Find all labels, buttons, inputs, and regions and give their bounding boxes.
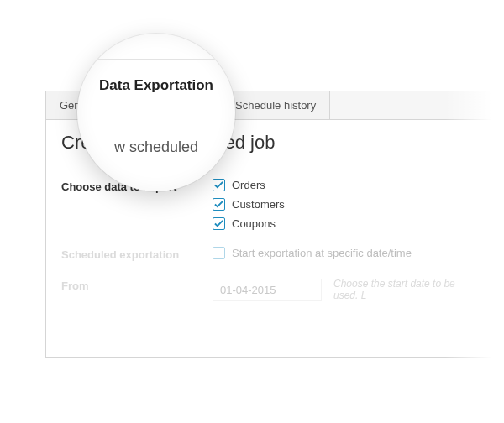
form-section: Choose data to export Orders Customers [46,162,493,318]
from-hint: Choose the start date to be used. L [333,278,478,301]
row-scheduled-exportation: Scheduled exportation Start exportation … [61,238,478,269]
option-start-specific-label: Start exportation at specific date/time [232,247,412,259]
tab-schedule-history[interactable]: Schedule history [222,91,330,119]
label-from: From [61,278,213,292]
option-coupons: Coupons [213,217,478,230]
option-orders-label: Orders [232,179,265,191]
option-start-specific: Start exportation at specific date/time [213,247,478,259]
scheduled-control: Start exportation at specific date/time [213,247,478,259]
lens-title: Data Exportation [77,72,235,94]
option-orders: Orders [213,179,478,191]
checkbox-orders[interactable] [213,179,225,191]
checkbox-coupons[interactable] [213,217,225,230]
label-scheduled: Scheduled exportation [61,247,213,261]
checkbox-customers[interactable] [213,198,225,211]
option-customers: Customers [213,198,478,211]
option-coupons-label: Coupons [232,217,276,230]
row-from: From Choose the start date to be used. L [61,269,478,310]
lens-subtitle-fragment: w scheduled [77,138,235,156]
from-date-input[interactable] [213,279,322,301]
choose-data-options: Orders Customers Coupons [213,179,478,230]
from-control: Choose the start date to be used. L [213,278,478,301]
magnifier-lens: Data Exportation w scheduled [77,34,235,191]
checkbox-start-specific[interactable] [213,247,225,259]
option-customers-label: Customers [232,198,285,211]
